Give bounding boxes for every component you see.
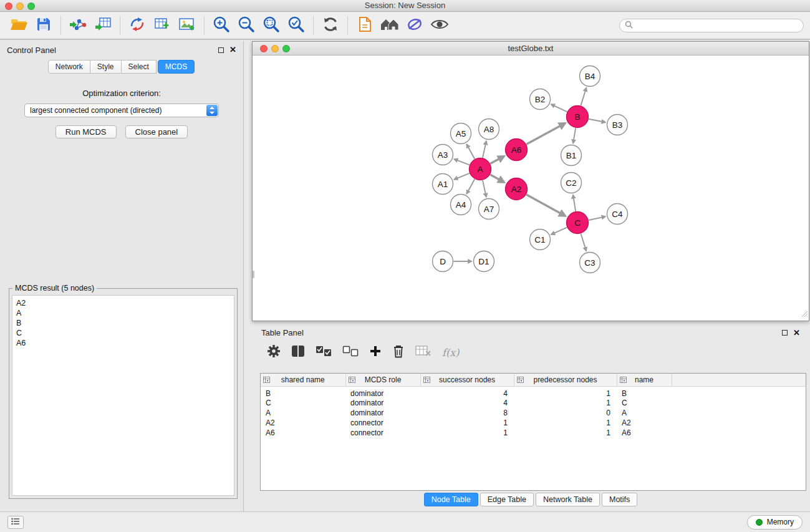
add-row-icon[interactable] [369, 345, 382, 360]
close-network-window-button[interactable] [260, 45, 268, 52]
table-cell[interactable]: connector [345, 428, 420, 438]
graph-edge-A-A6[interactable] [490, 157, 504, 164]
home-button[interactable] [377, 14, 402, 37]
graph-edge-B-B4[interactable] [581, 88, 586, 106]
edge-handle[interactable] [253, 271, 254, 278]
column-header-name[interactable]: name [617, 374, 672, 386]
network-window-titlebar[interactable]: testGlobe.txt [253, 42, 809, 56]
float-panel-icon[interactable] [218, 47, 224, 53]
select-columns-icon[interactable] [291, 344, 305, 360]
graph-node-C1[interactable]: C1 [530, 230, 551, 250]
graph-edge-A-A5[interactable] [466, 144, 475, 158]
new-network-button[interactable] [125, 14, 150, 37]
graph-edge-C-C2[interactable] [573, 195, 576, 211]
graph-edge-A2-C[interactable] [526, 195, 565, 216]
graph-edge-B-B3[interactable] [589, 119, 605, 122]
table-cell[interactable]: 1 [420, 418, 514, 428]
table-cell[interactable]: B [261, 386, 345, 398]
minimize-window-button[interactable] [16, 2, 24, 10]
table-cell[interactable]: A [617, 408, 672, 418]
save-session-button[interactable] [31, 14, 56, 37]
session-document-button[interactable] [352, 14, 377, 37]
graph-edge-C-C4[interactable] [589, 216, 605, 220]
table-cell[interactable]: B [617, 386, 672, 398]
graph-node-C2[interactable]: C2 [561, 173, 582, 193]
tab-edge-table[interactable]: Edge Table [480, 493, 534, 506]
tab-network-table[interactable]: Network Table [536, 493, 600, 506]
network-graph[interactable]: B4B2BB3A5A8A6B1A3AC2A1A2A4A7C4CC1C3DD1 [253, 56, 809, 321]
tab-style[interactable]: Style [90, 60, 122, 74]
float-table-panel-icon[interactable] [782, 330, 788, 336]
network-canvas[interactable]: B4B2BB3A5A8A6B1A3AC2A1A2A4A7C4CC1C3DD1 [253, 56, 809, 321]
table-row[interactable]: Adominator80A [261, 408, 806, 418]
delete-row-icon[interactable] [392, 344, 405, 360]
graph-edge-A-A1[interactable] [454, 173, 470, 180]
tab-network[interactable]: Network [48, 60, 90, 74]
graph-node-A4[interactable]: A4 [451, 195, 471, 215]
graph-node-A1[interactable]: A1 [433, 174, 453, 195]
minimize-network-window-button[interactable] [271, 45, 279, 52]
graph-node-C3[interactable]: C3 [580, 253, 600, 273]
graph-edge-A-A3[interactable] [454, 159, 469, 165]
function-builder-icon[interactable]: f(x) [442, 347, 459, 359]
table-cell[interactable]: C [617, 398, 672, 408]
export-image-button[interactable] [175, 14, 200, 37]
result-item[interactable]: A2 [16, 298, 230, 308]
graph-edge-B-B2[interactable] [551, 104, 567, 112]
graph-edge-A-A8[interactable] [483, 141, 486, 158]
close-window-button[interactable] [5, 2, 12, 10]
table-cell[interactable]: dominator [345, 398, 420, 408]
zoom-selected-button[interactable] [284, 14, 309, 37]
graph-edge-B-B1[interactable] [573, 128, 576, 143]
result-item[interactable]: B [16, 318, 230, 328]
memory-button[interactable]: Memory [747, 515, 803, 530]
table-row[interactable]: Bdominator41B [261, 386, 806, 398]
graph-node-A8[interactable]: A8 [479, 119, 499, 140]
deselect-all-icon[interactable] [342, 346, 359, 359]
search-input[interactable] [636, 21, 798, 30]
graph-node-A5[interactable]: A5 [451, 123, 471, 144]
graph-edge-A-A4[interactable] [466, 179, 475, 193]
delete-table-icon[interactable] [415, 346, 432, 359]
column-header-shared-name[interactable]: shared name [261, 374, 345, 386]
result-item[interactable]: C [16, 328, 230, 338]
table-cell[interactable]: 4 [420, 398, 514, 408]
table-cell[interactable]: 1 [514, 418, 617, 428]
optimization-criterion-dropdown[interactable]: largest connected component (directed) [24, 104, 219, 117]
table-cell[interactable]: 4 [420, 386, 514, 398]
graph-node-A2[interactable]: A2 [506, 178, 528, 200]
zoom-fit-button[interactable] [259, 14, 284, 37]
graph-node-B[interactable]: B [567, 106, 589, 128]
new-table-button[interactable] [150, 14, 175, 37]
graph-node-B2[interactable]: B2 [530, 89, 551, 110]
result-item[interactable]: A6 [16, 338, 230, 348]
graph-edge-A-A7[interactable] [483, 180, 486, 197]
import-network-button[interactable] [65, 14, 90, 37]
graph-edge-A6-B[interactable] [526, 123, 565, 145]
table-row[interactable]: A6connector11A6 [261, 428, 806, 438]
table-cell[interactable]: A2 [261, 418, 345, 428]
graph-node-A7[interactable]: A7 [479, 199, 499, 220]
toolbar-search[interactable] [619, 19, 804, 32]
zoom-in-button[interactable] [209, 14, 234, 37]
graph-node-B1[interactable]: B1 [561, 145, 582, 166]
resize-grip-icon[interactable] [801, 309, 808, 320]
graph-node-C4[interactable]: C4 [607, 204, 628, 225]
refresh-layout-button[interactable] [318, 14, 343, 37]
tab-mcds[interactable]: MCDS [158, 60, 195, 74]
graph-node-A3[interactable]: A3 [433, 145, 453, 165]
table-row[interactable]: A2connector11A2 [261, 418, 806, 428]
table-cell[interactable]: C [261, 398, 345, 408]
maximize-window-button[interactable] [27, 2, 35, 10]
mcds-result-list[interactable]: A2ABCA6 [12, 295, 234, 496]
tab-node-table[interactable]: Node Table [424, 493, 478, 506]
table-cell[interactable]: A [261, 408, 345, 418]
close-table-panel-icon[interactable]: ✕ [793, 330, 800, 336]
table-cell[interactable]: dominator [345, 386, 420, 398]
column-header-predecessor-nodes[interactable]: predecessor nodes [514, 374, 617, 386]
table-cell[interactable]: A6 [261, 428, 345, 438]
table-cell[interactable]: 1 [514, 386, 617, 398]
graph-node-A[interactable]: A [470, 158, 491, 180]
graph-edge-A-A2[interactable] [490, 175, 504, 182]
close-panel-icon[interactable]: ✕ [229, 47, 236, 53]
